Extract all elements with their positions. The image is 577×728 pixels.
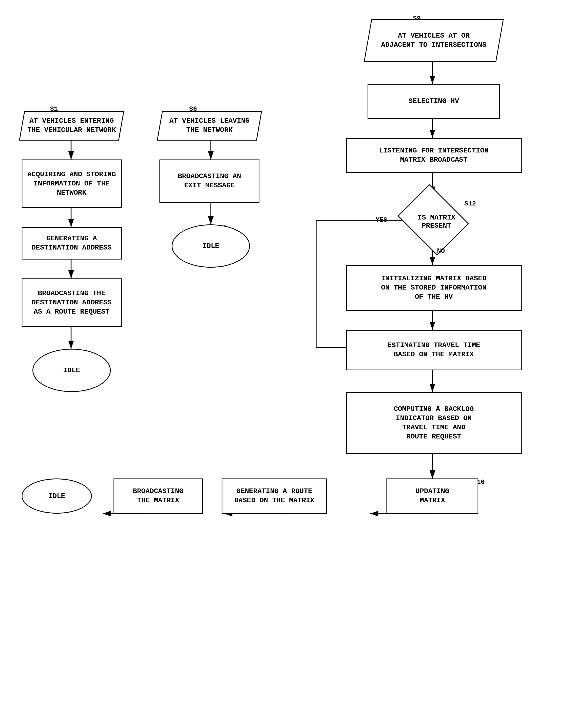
s16-node: UPDATINGMATRIX (387, 478, 478, 514)
s12-no-label: NO (437, 248, 445, 255)
s1-node: AT VEHICLES ENTERINGTHE VEHICULAR NETWOR… (22, 111, 122, 140)
s10-node: SELECTING HV (368, 84, 500, 119)
s15-node: COMPUTING A BACKLOGINDICATOR BASED ONTRA… (346, 392, 522, 454)
s13-node: INITIALIZING MATRIX BASEDON THE STORED I… (346, 265, 522, 311)
s5-node: IDLE (32, 349, 111, 392)
s2-node: ACQUIRING AND STORINGINFORMATION OF THEN… (22, 159, 122, 208)
s3-node: GENERATING ADESTINATION ADDRESS (22, 227, 122, 260)
s18-node: BROADCASTINGTHE MATRIX (113, 478, 203, 514)
s12-yes-label: YES (376, 216, 387, 224)
s7-node: BROADCASTING ANEXIT MESSAGE (159, 159, 259, 203)
s17-node: GENERATING A ROUTEBASED ON THE MATRIX (221, 478, 327, 514)
s4-node: BROADCASTING THEDESTINATION ADDRESSAS A … (22, 279, 122, 327)
flowchart: S1 AT VEHICLES ENTERINGTHE VEHICULAR NET… (0, 0, 577, 728)
s8-node: IDLE (172, 224, 250, 268)
s9-node: AT VEHICLES AT ORADJACENT TO INTERSECTIO… (368, 19, 500, 62)
s11-node: LISTENING FOR INTERSECTIONMATRIX BROADCA… (346, 138, 522, 173)
s14-node: ESTIMATING TRAVEL TIMEBASED ON THE MATRI… (346, 330, 522, 370)
s6-node: AT VEHICLES LEAVINGTHE NETWORK (159, 111, 259, 140)
s19-node: IDLE (22, 478, 92, 514)
s12-node: IS MATRIXPRESENT (403, 194, 470, 249)
